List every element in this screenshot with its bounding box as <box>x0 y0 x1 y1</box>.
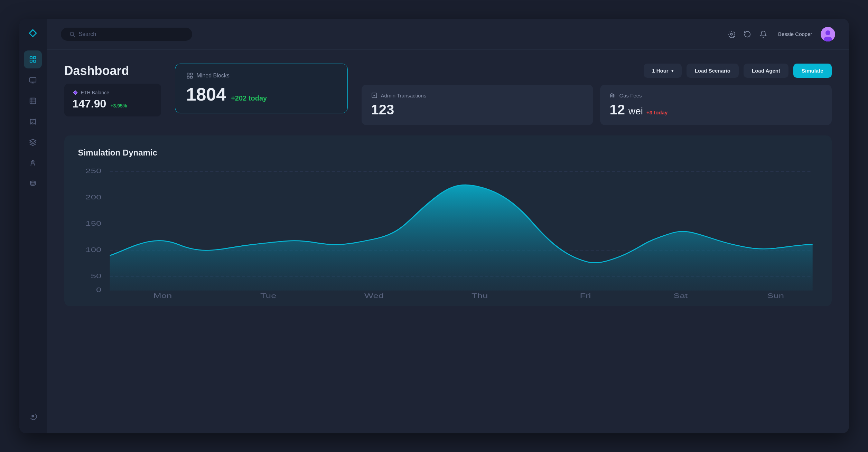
grid-blocks-icon <box>186 72 193 79</box>
logo[interactable] <box>27 27 39 41</box>
svg-rect-22 <box>187 73 189 75</box>
svg-point-15 <box>70 32 74 36</box>
mined-blocks-card: Mined Blocks 1804 +202 today <box>175 64 348 113</box>
transaction-icon <box>371 92 377 98</box>
svg-rect-4 <box>30 78 36 82</box>
mined-blocks-change: +202 today <box>231 94 267 102</box>
chart-container: Simulation Dynamic <box>64 135 832 306</box>
search-icon <box>69 31 75 37</box>
chart-svg: 250 200 150 100 50 0 Mon <box>78 168 818 299</box>
header-icons: Bessie Cooper <box>728 27 835 41</box>
chevron-down-icon: ▾ <box>671 68 673 73</box>
sidebar-item-monitor[interactable] <box>24 71 42 89</box>
settings-icon[interactable] <box>728 30 735 38</box>
admin-tx-number: 123 <box>371 102 394 117</box>
svg-text:200: 200 <box>85 194 101 201</box>
gas-unit: wei <box>628 106 643 117</box>
eth-balance-card: ETH Balance 147.90 +3.95% <box>64 84 161 116</box>
svg-point-12 <box>32 161 33 162</box>
eth-balance-label: ETH Balance <box>81 90 109 95</box>
sidebar-item-database[interactable] <box>24 175 42 193</box>
mined-blocks-label: Mined Blocks <box>186 72 336 79</box>
mined-blocks-text: Mined Blocks <box>197 73 230 79</box>
load-scenario-button[interactable]: Load Scenario <box>687 64 739 78</box>
svg-point-13 <box>30 181 36 183</box>
header: Search Bessie Cooper <box>47 19 849 50</box>
simulate-label: Simulate <box>802 68 823 74</box>
gas-icon <box>610 92 616 98</box>
svg-text:0: 0 <box>96 286 101 293</box>
page-title: Dashboard <box>64 64 161 78</box>
sidebar-item-overview[interactable] <box>24 50 42 68</box>
dashboard-left: Dashboard ETH Balance 147.90 +3.95% <box>64 64 161 116</box>
svg-rect-0 <box>30 57 32 59</box>
gas-fees-card: Gas Fees 12 wei +3 today <box>600 85 832 125</box>
bell-icon[interactable] <box>759 30 767 38</box>
app-wrapper: Search Bessie Cooper <box>19 19 849 433</box>
admin-tx-text: Admin Transactions <box>381 93 427 98</box>
sidebar-item-table[interactable] <box>24 92 42 110</box>
sidebar-item-package[interactable] <box>24 133 42 151</box>
stats-row: Admin Transactions 123 <box>362 85 832 125</box>
svg-text:150: 150 <box>85 220 101 227</box>
svg-rect-2 <box>30 60 32 62</box>
eth-balance-change: +3.95% <box>110 103 127 109</box>
controls-area: 1 Hour ▾ Load Scenario Load Agent Simula… <box>362 64 832 125</box>
svg-text:100: 100 <box>85 246 101 253</box>
load-agent-label: Load Agent <box>752 68 780 74</box>
svg-rect-27 <box>612 95 612 96</box>
admin-transactions-card: Admin Transactions 123 <box>362 85 593 125</box>
refresh-icon[interactable] <box>744 30 751 38</box>
sidebar-item-settings[interactable] <box>24 407 42 425</box>
time-filter-button[interactable]: 1 Hour ▾ <box>644 64 682 78</box>
svg-point-16 <box>730 33 732 35</box>
gas-change: +3 today <box>646 110 668 115</box>
dashboard-header: Dashboard ETH Balance 147.90 +3.95% <box>64 64 832 125</box>
sidebar-item-receipt[interactable] <box>24 113 42 131</box>
gas-value-row: 12 wei +3 today <box>610 102 822 117</box>
user-name: Bessie Cooper <box>778 31 812 37</box>
svg-rect-23 <box>190 73 192 75</box>
svg-text:Wed: Wed <box>364 292 383 299</box>
svg-point-18 <box>825 30 830 35</box>
svg-text:Mon: Mon <box>153 292 171 299</box>
svg-text:Tue: Tue <box>260 292 276 299</box>
search-bar[interactable]: Search <box>61 28 192 41</box>
sidebar-item-agent[interactable] <box>24 154 42 172</box>
load-scenario-label: Load Scenario <box>695 68 730 74</box>
gas-number: 12 <box>610 102 625 117</box>
svg-rect-1 <box>34 57 36 59</box>
svg-text:250: 250 <box>85 168 101 175</box>
eth-label: ETH Balance <box>73 90 153 95</box>
avatar[interactable] <box>821 27 835 41</box>
svg-text:Sat: Sat <box>673 292 688 299</box>
time-filter-label: 1 Hour <box>652 68 669 74</box>
simulate-button[interactable]: Simulate <box>793 64 832 78</box>
gas-text: Gas Fees <box>619 93 642 98</box>
gas-label: Gas Fees <box>610 92 822 98</box>
search-placeholder: Search <box>79 31 96 37</box>
chart-wrap: 250 200 150 100 50 0 Mon <box>78 168 818 299</box>
mined-blocks-value-row: 1804 +202 today <box>186 84 336 105</box>
eth-balance-value: 147.90 <box>73 97 106 110</box>
page-content: Dashboard ETH Balance 147.90 +3.95% <box>47 50 849 433</box>
admin-tx-value-row: 123 <box>371 102 584 117</box>
svg-text:Sun: Sun <box>767 292 784 299</box>
load-agent-button[interactable]: Load Agent <box>744 64 788 78</box>
chart-title: Simulation Dynamic <box>78 148 818 158</box>
svg-text:Thu: Thu <box>472 292 488 299</box>
svg-rect-5 <box>30 98 36 104</box>
svg-text:Fri: Fri <box>580 292 591 299</box>
main-content: Search Bessie Cooper <box>47 19 849 433</box>
svg-rect-25 <box>190 76 192 78</box>
admin-tx-label: Admin Transactions <box>371 92 584 98</box>
mined-blocks-number: 1804 <box>186 84 226 105</box>
svg-rect-3 <box>34 60 36 62</box>
sidebar <box>19 19 47 433</box>
top-controls: 1 Hour ▾ Load Scenario Load Agent Simula… <box>362 64 832 78</box>
svg-text:50: 50 <box>91 272 101 280</box>
eth-icon <box>73 90 78 95</box>
svg-rect-24 <box>187 76 189 78</box>
